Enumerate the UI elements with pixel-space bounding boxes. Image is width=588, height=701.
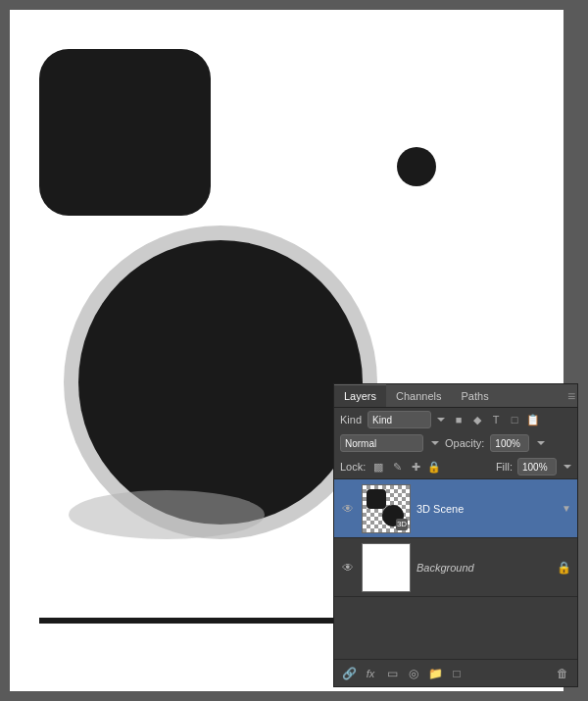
lock-paint-icon[interactable]: ✎ bbox=[389, 459, 405, 475]
kind-icons: ■ ◆ T □ 📋 bbox=[451, 412, 541, 427]
shape-circle-inner bbox=[78, 240, 363, 525]
fx-icon[interactable]: fx bbox=[362, 665, 379, 682]
fill-label: Fill: bbox=[496, 461, 513, 473]
layers-panel: Layers Channels Paths ≡ Kind Kind ■ ◆ T bbox=[333, 383, 578, 687]
mask-icon[interactable]: ▭ bbox=[383, 665, 401, 682]
layer-row-3d-scene[interactable]: 👁 3D 3D Scene ▼ bbox=[334, 479, 577, 538]
panel-drag-handle[interactable]: ≡ bbox=[567, 384, 577, 407]
filter-pixel-icon[interactable]: ■ bbox=[451, 412, 466, 427]
layer-3d-icon: 3D bbox=[396, 519, 408, 530]
kind-select[interactable]: Kind bbox=[368, 411, 431, 428]
lock-transparent-icon[interactable]: ▩ bbox=[370, 459, 386, 475]
link-icon[interactable]: 🔗 bbox=[340, 665, 358, 682]
lock-position-icon[interactable]: ✚ bbox=[408, 459, 423, 475]
layer-name-bg: Background bbox=[416, 562, 551, 574]
tab-paths-label: Paths bbox=[462, 390, 489, 402]
tab-channels-label: Channels bbox=[396, 390, 441, 402]
panel-footer: 🔗 fx ▭ ◎ 📁 □ 🗑 bbox=[334, 659, 577, 686]
filter-type-icon[interactable]: T bbox=[488, 412, 504, 427]
layer-name-3d: 3D Scene bbox=[416, 503, 556, 515]
lock-label: Lock: bbox=[340, 461, 366, 473]
shape-shadow bbox=[69, 490, 265, 539]
panel-tabs: Layers Channels Paths ≡ bbox=[334, 384, 577, 408]
layer-thumb-bg bbox=[362, 543, 411, 592]
trash-icon[interactable]: 🗑 bbox=[554, 665, 571, 682]
folder-icon[interactable]: 📁 bbox=[426, 665, 444, 682]
layer-expand-arrow: ▼ bbox=[562, 503, 571, 514]
lock-row: Lock: ▩ ✎ ✚ 🔒 Fill: bbox=[334, 455, 577, 479]
filter-shape-icon[interactable]: □ bbox=[507, 412, 522, 427]
lock-all-icon[interactable]: 🔒 bbox=[426, 459, 442, 475]
blend-mode-select[interactable]: Normal bbox=[340, 434, 423, 452]
tab-layers-label: Layers bbox=[344, 390, 376, 402]
canvas: Layers Channels Paths ≡ Kind Kind ■ ◆ T bbox=[10, 10, 564, 691]
adjustment-icon[interactable]: ◎ bbox=[405, 665, 422, 682]
blend-row: Normal Opacity: bbox=[334, 431, 577, 455]
lock-icons: ▩ ✎ ✚ 🔒 bbox=[370, 459, 442, 475]
fill-input[interactable] bbox=[517, 458, 557, 476]
layer-row-background[interactable]: 👁 Background 🔒 bbox=[334, 538, 577, 597]
visibility-icon-bg[interactable]: 👁 bbox=[340, 560, 356, 576]
tab-paths[interactable]: Paths bbox=[452, 384, 499, 407]
opacity-label: Opacity: bbox=[445, 437, 484, 449]
new-layer-icon[interactable]: □ bbox=[448, 665, 466, 682]
kind-label: Kind bbox=[340, 414, 362, 426]
tab-layers[interactable]: Layers bbox=[334, 384, 386, 407]
kind-row: Kind Kind ■ ◆ T □ 📋 bbox=[334, 408, 577, 431]
layers-list: 👁 3D 3D Scene ▼ 👁 Background 🔒 bbox=[334, 479, 577, 659]
filter-smart-icon[interactable]: 📋 bbox=[525, 412, 541, 427]
shape-small-circle bbox=[397, 147, 436, 186]
filter-adjustment-icon[interactable]: ◆ bbox=[469, 412, 485, 427]
opacity-input[interactable] bbox=[490, 434, 529, 452]
visibility-icon-3d[interactable]: 👁 bbox=[340, 501, 356, 517]
shape-line bbox=[39, 618, 333, 624]
layer-thumb-3d: 3D bbox=[362, 484, 411, 533]
tab-channels[interactable]: Channels bbox=[386, 384, 451, 407]
shape-rounded-square bbox=[39, 49, 211, 216]
layer-lock-icon: 🔒 bbox=[557, 561, 571, 575]
